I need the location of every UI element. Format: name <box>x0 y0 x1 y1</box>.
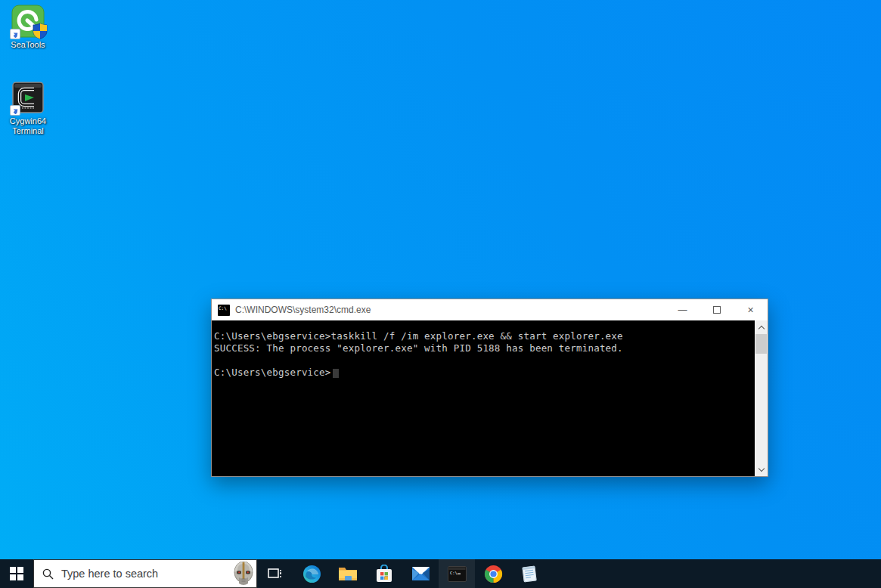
taskbar-notepad-button[interactable] <box>511 559 548 588</box>
maximize-button[interactable] <box>700 299 734 320</box>
windows-logo-icon <box>10 567 23 580</box>
taskbar-chrome-button[interactable] <box>475 559 511 588</box>
taskbar-mail-button[interactable] <box>402 559 439 588</box>
taskbar-store-button[interactable] <box>366 559 402 588</box>
taskbar-cmd-button[interactable]: C:\ <box>439 559 475 588</box>
minimize-button[interactable]: — <box>665 299 700 320</box>
shortcut-arrow-icon <box>10 29 20 39</box>
close-button[interactable]: × <box>734 299 768 320</box>
edge-icon <box>302 565 321 583</box>
terminal-scrollbar[interactable] <box>755 320 768 476</box>
window-title: C:\WINDOWS\system32\cmd.exe <box>235 305 665 315</box>
task-view-icon <box>267 566 284 581</box>
terminal-cursor <box>333 369 339 378</box>
cmd-app-icon: C:\ <box>218 305 230 316</box>
search-input[interactable] <box>61 568 231 580</box>
cygwin-icon <box>11 81 45 114</box>
command-prompt-icon: C:\ <box>448 566 467 582</box>
search-highlight-knight-icon[interactable] <box>231 561 256 586</box>
search-icon <box>42 568 54 580</box>
start-button[interactable] <box>0 559 33 588</box>
uac-shield-icon <box>33 23 48 39</box>
taskbar-file-explorer-button[interactable] <box>330 559 366 588</box>
terminal-output[interactable]: C:\Users\ebgservice>taskkill /f /im expl… <box>212 320 755 476</box>
chevron-down-icon <box>758 465 764 471</box>
seatools-icon <box>11 5 45 38</box>
scroll-down-button[interactable] <box>755 463 768 476</box>
desktop-icon-label: SeaTools <box>11 40 45 50</box>
desktop-icon-label: Cygwin64 Terminal <box>5 116 51 136</box>
scrollbar-thumb[interactable] <box>755 334 767 354</box>
svg-text:C:\: C:\ <box>450 571 458 575</box>
terminal-line: C:\Users\ebgservice>taskkill /f /im expl… <box>214 330 755 342</box>
terminal-prompt-line: C:\Users\ebgservice> <box>214 367 755 379</box>
maximize-icon <box>713 306 721 314</box>
mail-icon <box>411 565 430 582</box>
shortcut-arrow-icon <box>10 105 20 116</box>
terminal-line <box>214 354 755 367</box>
taskbar-search[interactable] <box>33 559 257 588</box>
task-view-button[interactable] <box>257 559 293 588</box>
taskbar-edge-button[interactable] <box>293 559 330 588</box>
notepad-icon <box>520 565 538 583</box>
terminal-line: SUCCESS: The process "explorer.exe" with… <box>214 342 755 354</box>
cmd-titlebar[interactable]: C:\ C:\WINDOWS\system32\cmd.exe — × <box>212 299 768 320</box>
desktop: SeaTools Cygwin64 Terminal C:\ C:\WINDOW… <box>0 0 881 588</box>
cmd-window: C:\ C:\WINDOWS\system32\cmd.exe — × C:\U… <box>211 299 768 477</box>
desktop-icon-seatools[interactable]: SeaTools <box>4 5 52 50</box>
microsoft-store-icon <box>375 565 393 583</box>
taskbar: C:\ <box>0 559 881 588</box>
scroll-up-button[interactable] <box>755 320 768 333</box>
chevron-up-icon <box>758 325 764 331</box>
desktop-icon-cygwin64-terminal[interactable]: Cygwin64 Terminal <box>4 81 52 136</box>
chrome-icon <box>484 565 503 583</box>
file-explorer-icon <box>338 565 358 582</box>
